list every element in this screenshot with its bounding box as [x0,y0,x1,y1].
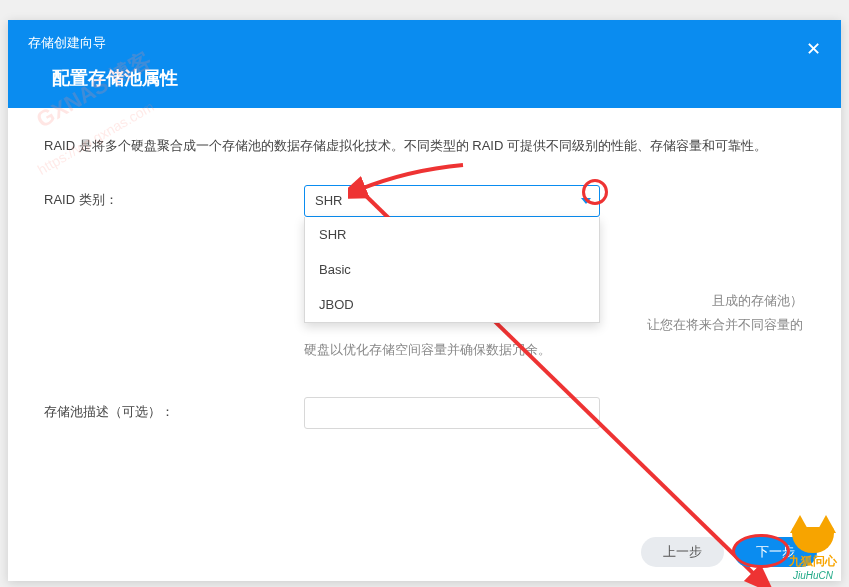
raid-option-shr[interactable]: SHR [305,217,599,252]
raid-type-select[interactable]: SHR [304,185,600,217]
raid-type-dropdown: SHR Basic JBOD [304,217,600,323]
page-title: 配置存储池属性 [52,66,821,90]
raid-option-jbod[interactable]: JBOD [305,287,599,322]
raid-type-row: RAID 类别： SHR i SHR Basic JBOD 且成的存储池） 让您… [44,185,805,363]
pool-desc-label: 存储池描述（可选）： [44,397,304,421]
pool-desc-row: 存储池描述（可选）： [44,397,805,429]
raid-type-control: SHR i SHR Basic JBOD 且成的存储池） 让您在将来合并不同容量… [304,185,805,363]
raid-option-basic[interactable]: Basic [305,252,599,287]
pool-desc-input[interactable] [304,397,600,429]
next-button[interactable]: 下一步 [734,537,817,567]
wizard-title: 存储创建向导 [28,34,821,52]
modal-body: RAID 是将多个硬盘聚合成一个存储池的数据存储虚拟化技术。不同类型的 RAID… [8,108,841,523]
modal-header: 存储创建向导 配置存储池属性 ✕ [8,20,841,108]
raid-selected-value: SHR [315,193,342,208]
chevron-down-icon [581,198,591,204]
close-icon[interactable]: ✕ [806,38,821,60]
wizard-modal: 存储创建向导 配置存储池属性 ✕ RAID 是将多个硬盘聚合成一个存储池的数据存… [8,20,841,581]
prev-button[interactable]: 上一步 [641,537,724,567]
modal-footer: 上一步 下一步 [8,523,841,581]
pool-desc-control [304,397,805,429]
raid-description: RAID 是将多个硬盘聚合成一个存储池的数据存储虚拟化技术。不同类型的 RAID… [44,136,805,157]
raid-type-label: RAID 类别： [44,185,304,209]
